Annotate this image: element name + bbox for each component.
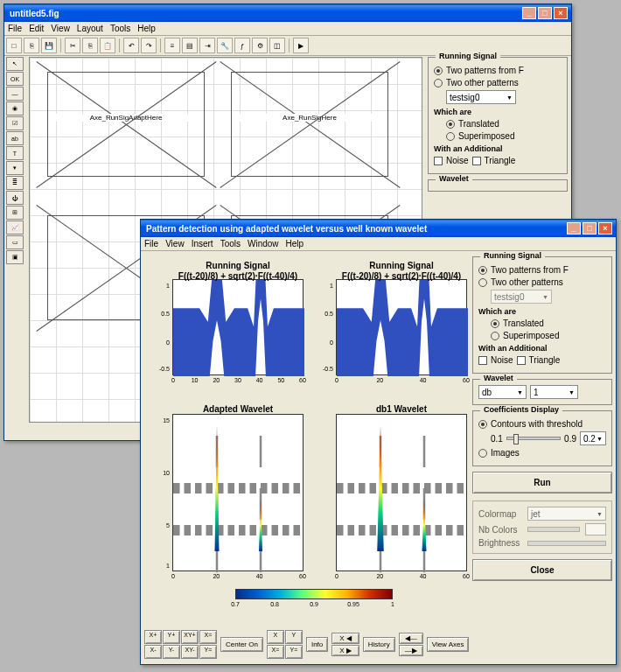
center-x[interactable]: X — [267, 630, 284, 644]
radio-tool-icon[interactable]: ◉ — [6, 102, 24, 116]
open-icon[interactable]: ⎘ — [24, 38, 39, 53]
axes-placeholder-1[interactable]: Axe_RunSigAdaptHere — [47, 72, 205, 177]
center-y[interactable]: Y — [285, 630, 303, 644]
cut-icon[interactable]: ✂ — [65, 38, 80, 53]
plot-running-signal-db1[interactable]: Running SignalF((t-20)/8) + sqrt(2)·F((t… — [336, 279, 467, 375]
nbcolors-value[interactable] — [585, 523, 606, 536]
menu-edit[interactable]: Edit — [29, 24, 44, 33]
zoom-xy-minus[interactable]: XY- — [181, 645, 199, 659]
menu-view[interactable]: View — [165, 239, 185, 248]
colormap-select[interactable]: jet — [527, 507, 606, 521]
mfile-icon[interactable]: ƒ — [234, 38, 250, 53]
menu-editor-icon[interactable]: ▤ — [182, 38, 198, 53]
zoom-x-eq[interactable]: X= — [199, 630, 217, 644]
plot-adapted-wavelet[interactable]: Adapted Wavelet 1 — [172, 414, 304, 571]
minimize-button[interactable]: _ — [522, 7, 536, 19]
menu-view[interactable]: View — [51, 24, 70, 33]
select-tool-icon[interactable]: ↖ — [6, 57, 24, 71]
close-button[interactable]: × — [598, 222, 612, 234]
radio-translated[interactable]: Translated — [491, 318, 606, 328]
maximize-button[interactable]: □ — [583, 222, 597, 234]
menu-help[interactable]: Help — [286, 239, 304, 248]
tab-order-icon[interactable]: ⇥ — [199, 38, 215, 53]
info-button[interactable]: Info — [306, 637, 328, 652]
radio-two-patterns-f[interactable]: Two patterns from F — [434, 66, 562, 75]
zoom-x-minus[interactable]: X- — [144, 645, 162, 659]
copy-icon[interactable]: ⎘ — [82, 38, 98, 53]
radio-contours[interactable]: Contours with threshold — [478, 419, 606, 429]
check-noise[interactable]: Noise — [478, 355, 513, 365]
titlebar[interactable]: untitled5.fig _ □ × — [4, 4, 571, 22]
menu-tools[interactable]: Tools — [110, 24, 130, 33]
axes-tool-icon[interactable]: 📈 — [6, 220, 24, 234]
view-axes-button[interactable]: View Axes — [427, 637, 470, 652]
object-browser-icon[interactable]: ◫ — [269, 38, 285, 53]
threshold-value[interactable]: 0.2 — [580, 431, 606, 445]
radio-superimposed[interactable]: Superimposed — [446, 131, 562, 141]
history-button[interactable]: History — [363, 637, 395, 652]
align-icon[interactable]: ≡ — [164, 38, 180, 53]
threshold-slider[interactable] — [506, 437, 561, 440]
checkbox-tool-icon[interactable]: ☑ — [6, 116, 24, 130]
toggle-tool-icon[interactable]: ⏻ — [6, 191, 24, 205]
radio-two-other-patterns[interactable]: Two other patterns — [478, 277, 606, 287]
radio-superimposed[interactable]: Superimposed — [491, 331, 606, 340]
menu-help[interactable]: Help — [137, 24, 156, 33]
text-tool-icon[interactable]: T — [6, 146, 24, 160]
check-triangle[interactable]: Triangle — [517, 355, 561, 365]
menu-layout[interactable]: Layout — [77, 24, 103, 33]
zoom-y-plus[interactable]: Y+ — [163, 630, 180, 644]
pattern-select[interactable]: testsig0 — [446, 90, 516, 104]
nbcolors-slider[interactable] — [527, 527, 580, 532]
wavelet-order-select[interactable]: 1 — [530, 385, 578, 399]
titlebar[interactable]: Pattern detection using adapted wavelet … — [141, 220, 616, 237]
popup-tool-icon[interactable]: ▾ — [6, 161, 24, 175]
run-icon[interactable]: ▶ — [293, 38, 309, 53]
toolbar-editor-icon[interactable]: 🔧 — [217, 38, 233, 53]
check-noise[interactable]: Noise — [434, 156, 469, 165]
panel-tool-icon[interactable]: ▭ — [6, 235, 24, 249]
undo-icon[interactable]: ↶ — [123, 38, 139, 53]
zoom-y-eq[interactable]: Y= — [199, 645, 217, 659]
listbox-tool-icon[interactable]: ≣ — [6, 176, 24, 190]
zoom-xy-plus[interactable]: XY+ — [181, 630, 199, 644]
menu-insert[interactable]: Insert — [192, 239, 213, 248]
property-inspector-icon[interactable]: ⚙ — [252, 38, 268, 53]
redo-icon[interactable]: ↷ — [141, 38, 157, 53]
close-button[interactable]: × — [554, 7, 568, 19]
center-x-eq[interactable]: X= — [267, 645, 284, 659]
menu-file[interactable]: File — [8, 24, 22, 33]
radio-two-patterns-f[interactable]: Two patterns from F — [478, 265, 606, 275]
maximize-button[interactable]: □ — [538, 7, 552, 19]
buttongroup-tool-icon[interactable]: ▣ — [6, 250, 24, 264]
pushbutton-tool-icon[interactable]: OK — [6, 72, 24, 86]
radio-translated[interactable]: Translated — [446, 119, 562, 129]
check-triangle[interactable]: Triangle — [472, 156, 516, 165]
zoom-x-plus[interactable]: X+ — [144, 630, 162, 644]
new-icon[interactable]: □ — [6, 38, 22, 53]
plot-db1-wavelet[interactable]: db1 Wavelet 0 20 40 60 — [336, 414, 467, 571]
wavelet-family-select[interactable]: db — [478, 385, 527, 399]
paste-icon[interactable]: 📋 — [100, 38, 115, 53]
menu-window[interactable]: Window — [248, 239, 279, 248]
slider-thumb[interactable] — [513, 434, 519, 444]
center-on-button[interactable]: Center On — [220, 637, 263, 652]
axes-placeholder-2[interactable]: Axe_RunSigHere — [231, 72, 388, 177]
history-fwd[interactable]: —▶ — [399, 645, 423, 656]
slider-tool-icon[interactable]: — — [6, 87, 24, 101]
history-back[interactable]: ◀— — [399, 633, 423, 644]
run-button[interactable]: Run — [472, 472, 612, 494]
center-y-eq[interactable]: Y= — [285, 645, 303, 659]
history-prev[interactable]: X ◀ — [331, 633, 359, 644]
close-button[interactable]: Close — [472, 559, 612, 581]
menu-file[interactable]: File — [144, 239, 158, 248]
history-next[interactable]: X ▶ — [331, 645, 359, 656]
plot-running-signal-adapted[interactable]: Running SignalF((t-20)/8) + sqrt(2)·F((t… — [172, 279, 304, 375]
table-tool-icon[interactable]: ⊞ — [6, 206, 24, 220]
edit-tool-icon[interactable]: ab — [6, 131, 24, 145]
radio-images[interactable]: Images — [478, 448, 606, 458]
zoom-y-minus[interactable]: Y- — [163, 645, 180, 659]
radio-two-other-patterns[interactable]: Two other patterns — [434, 78, 562, 88]
minimize-button[interactable]: _ — [567, 222, 581, 234]
menu-tools[interactable]: Tools — [220, 239, 241, 248]
